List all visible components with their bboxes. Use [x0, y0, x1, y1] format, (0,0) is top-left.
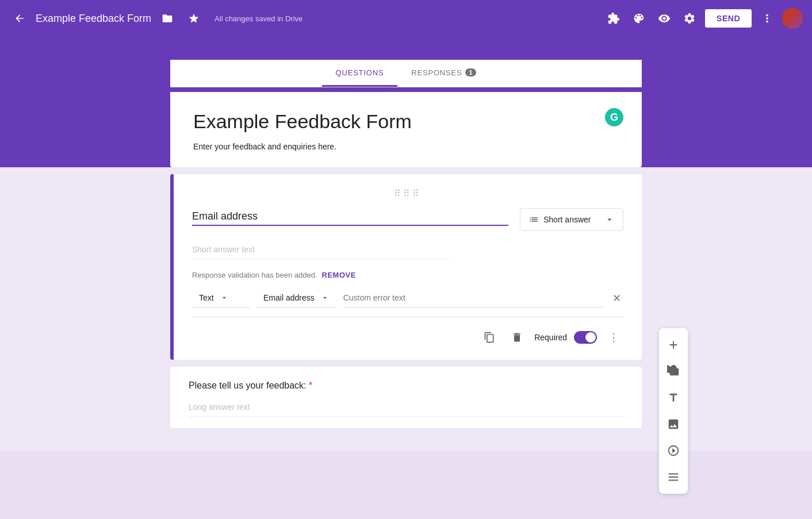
toggle-knob [585, 332, 596, 343]
add-question-button[interactable] [661, 333, 685, 357]
avatar[interactable] [782, 8, 803, 29]
import-questions-button[interactable] [661, 359, 685, 383]
question-label-input[interactable] [192, 208, 508, 226]
topbar: Example Feedback Form All changes saved … [0, 0, 812, 37]
question-1-card: ⠿⠿⠿ Short answer Short answer text Respo… [170, 174, 642, 360]
custom-error-input[interactable] [343, 289, 603, 307]
responses-badge: 1 [465, 68, 476, 76]
add-video-button[interactable] [661, 439, 685, 463]
validation-text: Response validation has been added. [192, 271, 317, 279]
tabs-bar: QUESTIONS RESPONSES 1 [170, 60, 642, 87]
settings-button[interactable] [679, 8, 700, 29]
grammarly-icon: G [605, 108, 623, 126]
short-answer-placeholder: Short answer text [192, 240, 451, 259]
form-content-area: ⠿⠿⠿ Short answer Short answer text Respo… [0, 167, 812, 451]
tab-questions[interactable]: QUESTIONS [322, 60, 398, 87]
drag-handle[interactable]: ⠿⠿⠿ [192, 188, 623, 199]
question-2-title: Please tell us your feedback: * [189, 380, 623, 391]
side-toolbar [659, 328, 688, 494]
folder-button[interactable] [157, 8, 178, 29]
validation-row: Response validation has been added. REMO… [192, 271, 623, 279]
question-more-button[interactable]: ⋮ [604, 326, 623, 348]
star-button[interactable] [183, 8, 204, 29]
required-label: Required [534, 333, 567, 342]
long-answer-placeholder: Long answer text [189, 398, 623, 417]
back-button[interactable] [9, 8, 30, 29]
addons-button[interactable] [603, 8, 624, 29]
add-title-button[interactable] [661, 386, 685, 410]
question-type-dropdown[interactable]: Short answer [520, 208, 623, 231]
topbar-left: Example Feedback Form All changes saved … [9, 8, 596, 29]
topbar-right: SEND [603, 8, 803, 29]
form-inner: ⠿⠿⠿ Short answer Short answer text Respo… [170, 167, 642, 428]
topbar-title: Example Feedback Form [36, 13, 151, 25]
validation-options: Text Email address ✕ [192, 289, 623, 307]
close-validation-button[interactable]: ✕ [610, 290, 623, 307]
send-button[interactable]: SEND [704, 9, 752, 28]
text-type-select[interactable]: Text [192, 289, 250, 307]
add-section-button[interactable] [661, 465, 685, 489]
tab-responses[interactable]: RESPONSES 1 [397, 60, 490, 87]
form-header-card: Example Feedback Form Enter your feedbac… [170, 87, 642, 167]
delete-question-button[interactable] [507, 327, 527, 348]
question-top-row: Short answer [192, 208, 623, 231]
card-actions: Required ⋮ [192, 326, 623, 348]
card-divider [192, 317, 623, 317]
saved-status: All changes saved in Drive [215, 14, 302, 23]
avatar-image [782, 8, 803, 29]
purple-header-area: QUESTIONS RESPONSES 1 Example Feedback F… [0, 37, 812, 167]
required-toggle[interactable] [574, 331, 597, 344]
form-description[interactable]: Enter your feedback and enquiries here. [193, 142, 619, 151]
form-wrapper: QUESTIONS RESPONSES 1 Example Feedback F… [170, 60, 642, 167]
copy-question-button[interactable] [479, 327, 500, 348]
preview-button[interactable] [654, 8, 675, 29]
palette-button[interactable] [629, 8, 649, 29]
question-2-card: Please tell us your feedback: * Long ans… [170, 367, 642, 428]
add-image-button[interactable] [661, 412, 685, 436]
more-options-button[interactable] [757, 8, 777, 29]
question-type-label: Short answer [543, 215, 591, 224]
form-title[interactable]: Example Feedback Form [193, 110, 619, 133]
email-type-select[interactable]: Email address [256, 289, 336, 307]
required-star: * [309, 380, 312, 390]
remove-link[interactable]: REMOVE [322, 271, 356, 279]
